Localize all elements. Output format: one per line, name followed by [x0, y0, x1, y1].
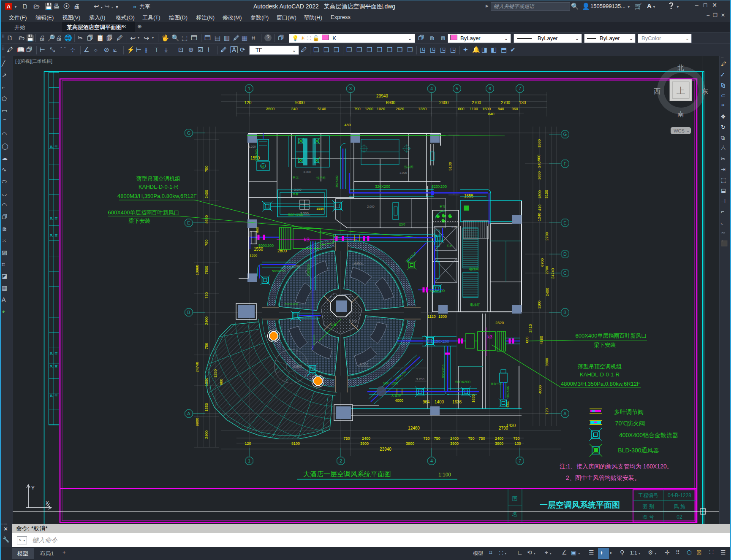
svg-text:600: 600 [255, 227, 259, 233]
svg-text:风: 风 [50, 217, 53, 220]
svg-text:70℃防火阀: 70℃防火阀 [615, 420, 645, 427]
svg-text:1: 1 [248, 86, 250, 91]
svg-text:600X400单层挡雨百叶新风口: 600X400单层挡雨百叶新风口 [108, 209, 179, 216]
svg-text:电梯间: 电梯间 [469, 267, 479, 271]
svg-text:X: X [46, 500, 49, 506]
svg-text:图 号: 图 号 [642, 514, 654, 520]
svg-text:4800M3/H,350Pa,0.80kw,6R12F: 4800M3/H,350Pa,0.80kw,6R12F [561, 381, 640, 387]
svg-text:1550: 1550 [316, 207, 324, 211]
svg-text:1550: 1550 [250, 254, 257, 257]
svg-text:6700: 6700 [540, 258, 544, 267]
svg-text:1400: 1400 [435, 400, 444, 404]
svg-text:3900: 3900 [450, 441, 459, 446]
svg-text:注:1、接入房间的新风支管均为 160X120。: 注:1、接入房间的新风支管均为 160X120。 [560, 463, 673, 470]
svg-text:600: 600 [458, 107, 464, 111]
svg-text:5: 5 [456, 86, 458, 91]
svg-text:750: 750 [423, 436, 429, 441]
svg-text:E: E [187, 220, 190, 225]
svg-text:23940: 23940 [376, 94, 388, 98]
svg-text:4: 4 [430, 458, 433, 463]
svg-text:k3: k3 [487, 334, 492, 339]
svg-text:750: 750 [434, 436, 440, 441]
svg-text:120: 120 [245, 441, 251, 446]
svg-text:3900: 3900 [360, 441, 369, 446]
svg-text:130: 130 [514, 441, 521, 446]
svg-text:工程编号: 工程编号 [638, 492, 658, 498]
svg-text:2700: 2700 [501, 100, 511, 105]
svg-text:3500: 3500 [266, 107, 274, 111]
svg-text:大食: 大食 [330, 323, 337, 327]
svg-text:790: 790 [354, 107, 360, 111]
svg-text:A1: A1 [261, 165, 265, 168]
svg-text:240: 240 [537, 161, 541, 168]
svg-text:1: 1 [248, 458, 250, 463]
svg-text:500X200: 500X200 [258, 243, 274, 248]
svg-text:4800M3/H,350Pa,0.80kw,6R12F: 4800M3/H,350Pa,0.80kw,6R12F [117, 193, 197, 199]
svg-text:G: G [187, 130, 191, 135]
svg-text:750: 750 [204, 165, 209, 172]
svg-text:750: 750 [204, 292, 209, 298]
svg-text:梁下安装: 梁下安装 [594, 342, 616, 348]
svg-text:1120: 1120 [427, 314, 435, 319]
svg-text:500X200: 500X200 [272, 269, 286, 273]
svg-text:A: A [187, 411, 190, 416]
svg-text:2400: 2400 [204, 430, 209, 439]
svg-text:23940: 23940 [380, 447, 391, 452]
svg-text:北: 北 [677, 64, 684, 71]
svg-text:24740: 24740 [551, 268, 555, 279]
svg-text:320X200: 320X200 [375, 184, 390, 189]
svg-text:3: 3 [349, 86, 352, 91]
svg-text:500X200: 500X200 [255, 149, 258, 161]
svg-text:3.000: 3.000 [399, 171, 407, 174]
svg-text:大堂吧: 大堂吧 [391, 394, 401, 398]
svg-text:早餐: 早餐 [293, 192, 299, 195]
svg-text:1240: 1240 [537, 213, 541, 221]
svg-text:3.500: 3.500 [360, 363, 369, 366]
svg-text:电梯厅: 电梯厅 [470, 303, 480, 307]
svg-text:480: 480 [344, 123, 351, 127]
svg-text:薄型吊顶空调机组: 薄型吊顶空调机组 [136, 176, 180, 182]
svg-text:24740: 24740 [195, 362, 199, 372]
svg-text:监控: 监控 [399, 223, 405, 227]
svg-text:120: 120 [245, 100, 252, 105]
svg-text:商务中心: 商务中心 [490, 382, 503, 385]
svg-text:500X200: 500X200 [335, 176, 338, 187]
svg-text:9900: 9900 [195, 418, 199, 426]
svg-text:D: D [563, 252, 567, 257]
svg-text:名: 名 [512, 511, 518, 517]
svg-text:500X200: 500X200 [307, 264, 310, 276]
svg-text:9900: 9900 [545, 358, 549, 366]
svg-text:1250X200: 1250X200 [432, 339, 449, 344]
svg-text:800X200: 800X200 [441, 364, 445, 378]
svg-text:风 施: 风 施 [674, 503, 685, 509]
svg-text:12460: 12460 [408, 426, 420, 430]
svg-text:4: 4 [430, 86, 433, 91]
svg-text:F: F [564, 161, 567, 166]
svg-text:4000: 4000 [395, 398, 403, 403]
svg-text:5130: 5130 [448, 162, 452, 170]
svg-text:1636: 1636 [452, 400, 462, 404]
svg-text:500X200: 500X200 [313, 335, 315, 345]
svg-text:960: 960 [511, 107, 518, 111]
svg-text:750: 750 [343, 436, 350, 441]
svg-text:风: 风 [50, 365, 53, 368]
svg-text:WCS: WCS [674, 128, 685, 133]
svg-text:10960: 10960 [195, 265, 199, 275]
svg-text:2400: 2400 [545, 288, 549, 296]
svg-text:2400: 2400 [362, 436, 370, 441]
svg-text:风: 风 [50, 234, 53, 237]
svg-text:空: 空 [55, 234, 58, 237]
svg-text:1560: 1560 [537, 139, 541, 148]
svg-text:⌄: ⌄ [686, 129, 690, 133]
svg-text:1200: 1200 [365, 107, 373, 111]
svg-text:空: 空 [55, 394, 58, 397]
svg-text:2400: 2400 [204, 317, 209, 325]
svg-text:2400: 2400 [204, 190, 209, 198]
svg-text:1550: 1550 [204, 403, 209, 411]
svg-text:7: 7 [519, 86, 521, 91]
svg-text:南: 南 [677, 111, 684, 118]
svg-text:750: 750 [478, 436, 485, 441]
svg-text:750: 750 [204, 343, 209, 349]
svg-text:1650: 1650 [537, 171, 541, 180]
svg-text:2700: 2700 [545, 232, 549, 241]
